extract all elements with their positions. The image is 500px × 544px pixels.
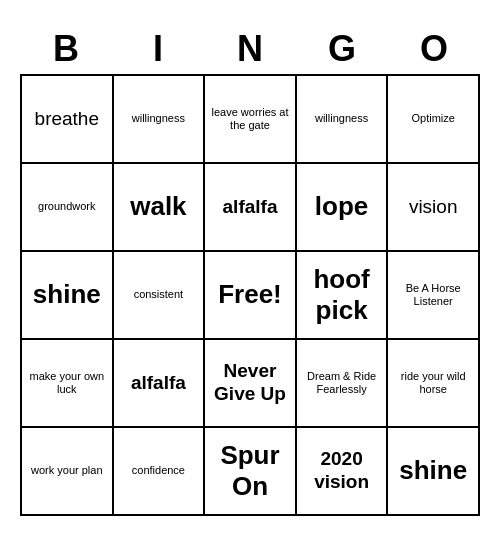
title-i: I — [114, 28, 202, 70]
title-g: G — [298, 28, 386, 70]
cell-22: Spur On — [205, 428, 297, 516]
cell-text-18: Dream & Ride Fearlessly — [301, 370, 383, 396]
cell-21: confidence — [114, 428, 206, 516]
cell-text-0: breathe — [35, 108, 99, 131]
cell-text-14: Be A Horse Listener — [392, 282, 474, 308]
cell-12: Free! — [205, 252, 297, 340]
cell-0: breathe — [22, 76, 114, 164]
cell-14: Be A Horse Listener — [388, 252, 480, 340]
title-b: B — [22, 28, 110, 70]
cell-text-8: lope — [315, 191, 368, 222]
cell-text-19: ride your wild horse — [392, 370, 474, 396]
cell-text-1: willingness — [132, 112, 185, 125]
cell-text-12: Free! — [218, 279, 282, 310]
cell-text-6: walk — [130, 191, 186, 222]
cell-7: alfalfa — [205, 164, 297, 252]
cell-text-20: work your plan — [31, 464, 103, 477]
cell-text-13: hoof pick — [301, 264, 383, 326]
cell-23: 2020 vision — [297, 428, 389, 516]
cell-19: ride your wild horse — [388, 340, 480, 428]
cell-text-17: Never Give Up — [209, 360, 291, 406]
cell-text-15: make your own luck — [26, 370, 108, 396]
bingo-grid: breathewillingnessleave worries at the g… — [20, 74, 480, 516]
cell-text-4: Optimize — [411, 112, 454, 125]
bingo-card: B I N G O breathewillingnessleave worrie… — [10, 18, 490, 526]
cell-15: make your own luck — [22, 340, 114, 428]
cell-20: work your plan — [22, 428, 114, 516]
cell-text-21: confidence — [132, 464, 185, 477]
cell-text-22: Spur On — [209, 440, 291, 502]
cell-3: willingness — [297, 76, 389, 164]
cell-text-10: shine — [33, 279, 101, 310]
cell-24: shine — [388, 428, 480, 516]
cell-text-5: groundwork — [38, 200, 95, 213]
cell-17: Never Give Up — [205, 340, 297, 428]
cell-text-3: willingness — [315, 112, 368, 125]
cell-11: consistent — [114, 252, 206, 340]
cell-text-23: 2020 vision — [301, 448, 383, 494]
cell-5: groundwork — [22, 164, 114, 252]
cell-16: alfalfa — [114, 340, 206, 428]
title-o: O — [390, 28, 478, 70]
cell-text-9: vision — [409, 196, 458, 219]
cell-text-2: leave worries at the gate — [209, 106, 291, 132]
cell-10: shine — [22, 252, 114, 340]
cell-text-24: shine — [399, 455, 467, 486]
cell-1: willingness — [114, 76, 206, 164]
title-n: N — [206, 28, 294, 70]
cell-18: Dream & Ride Fearlessly — [297, 340, 389, 428]
cell-4: Optimize — [388, 76, 480, 164]
cell-text-16: alfalfa — [131, 372, 186, 395]
cell-13: hoof pick — [297, 252, 389, 340]
cell-9: vision — [388, 164, 480, 252]
cell-2: leave worries at the gate — [205, 76, 297, 164]
bingo-title: B I N G O — [20, 28, 480, 70]
cell-text-11: consistent — [134, 288, 184, 301]
cell-8: lope — [297, 164, 389, 252]
cell-6: walk — [114, 164, 206, 252]
cell-text-7: alfalfa — [223, 196, 278, 219]
